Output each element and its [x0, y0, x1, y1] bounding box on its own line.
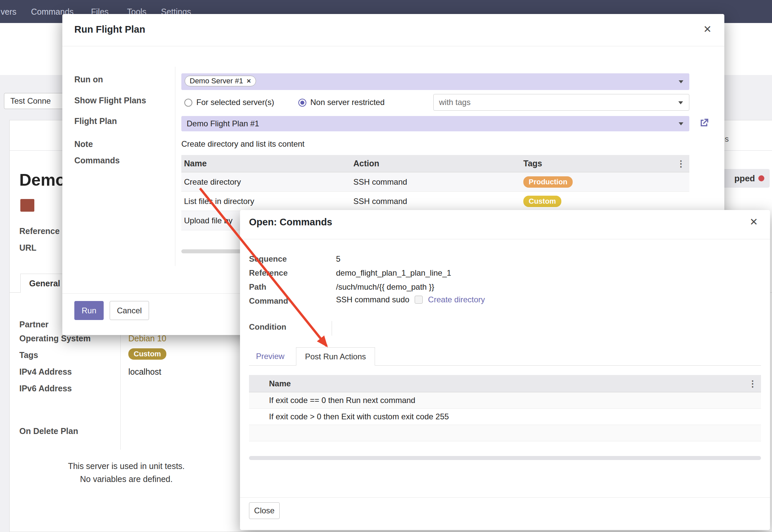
header-divider: [62, 46, 724, 46]
sequence-value: 5: [336, 254, 340, 264]
create-directory-link[interactable]: Create directory: [428, 295, 485, 304]
label-field-divider: [175, 67, 175, 266]
command-value-row: SSH command sudo Create directory: [336, 295, 485, 304]
on-delete-plan-label: On Delete Plan: [19, 426, 78, 436]
chevron-down-icon[interactable]: [679, 80, 683, 83]
cell-name: List files in directory: [181, 197, 353, 206]
col-action[interactable]: Action: [353, 159, 523, 168]
custom-tag-badge: Custom: [523, 196, 561, 207]
tag-custom-badge: Custom: [128, 348, 166, 360]
column-options-icon[interactable]: ⋮: [677, 159, 685, 168]
table-row[interactable]: Create directory SSH command Production: [181, 172, 689, 192]
external-link-icon[interactable]: [698, 117, 710, 129]
cell-action: SSH command: [353, 197, 523, 206]
path-label: Path: [249, 282, 266, 292]
table-row[interactable]: [249, 425, 761, 441]
ipv4-label: IPv4 Address: [19, 367, 72, 377]
record-title: Demo: [19, 170, 66, 190]
path-value: /such/much/{{ demo_path }}: [336, 282, 434, 292]
tab-preview[interactable]: Preview: [256, 352, 284, 361]
operating-system-value[interactable]: Debian 10: [128, 334, 166, 343]
flight-plan-value: Demo Flight Plan #1: [187, 119, 259, 128]
reference-label: Reference: [249, 268, 288, 278]
reference-label: Reference: [19, 226, 60, 236]
cell-name: Create directory: [181, 177, 353, 187]
run-on-label: Run on: [74, 75, 103, 84]
partner-label: Partner: [19, 320, 49, 329]
condition-label: Condition: [249, 322, 286, 332]
open-commands-dialog: Open: Commands ✕ Sequence 5 Reference de…: [240, 210, 770, 530]
url-label: URL: [19, 243, 36, 253]
close-icon[interactable]: ✕: [703, 23, 712, 35]
action-name: If exit code == 0 then Run next command: [269, 396, 415, 405]
note-value: Create directory and list its content: [181, 139, 305, 149]
close-button[interactable]: Close: [249, 502, 280, 519]
command-checkbox[interactable]: [415, 296, 423, 304]
production-tag-badge: Production: [523, 176, 573, 188]
radio-non-server-restricted-label[interactable]: Non server restricted: [310, 98, 385, 107]
col-tags[interactable]: Tags: [523, 159, 689, 168]
dialog-title: Run Flight Plan: [74, 24, 145, 35]
screen: vers Commands Files Tools Settings Test …: [0, 0, 772, 532]
operating-system-label: Operating System: [19, 334, 91, 343]
nav-item-servers[interactable]: vers: [1, 7, 16, 17]
cancel-button[interactable]: Cancel: [110, 301, 149, 320]
column-options-icon[interactable]: ⋮: [748, 379, 757, 388]
show-flight-plans-label: Show Flight Plans: [74, 96, 146, 105]
server-chip[interactable]: Demo Server #1 ✕: [185, 76, 256, 86]
tags-label: Tags: [19, 350, 38, 360]
flight-plan-label: Flight Plan: [74, 116, 117, 126]
flight-plan-select[interactable]: Demo Flight Plan #1: [181, 116, 689, 131]
chip-remove-icon[interactable]: ✕: [246, 78, 251, 85]
with-tags-select[interactable]: with tags: [433, 94, 689, 111]
note-line-2: No variables are defined.: [10, 473, 243, 486]
post-run-actions-table: Name ⋮ If exit code == 0 then Run next c…: [249, 375, 761, 441]
radio-for-selected-servers[interactable]: [184, 99, 192, 107]
note-label: Note: [74, 139, 93, 149]
field-divider: [120, 316, 121, 450]
tab-general[interactable]: General: [20, 274, 69, 293]
with-tags-value: with tags: [439, 98, 471, 107]
table-row[interactable]: If exit code > 0 then Exit with custom e…: [249, 409, 761, 425]
ipv4-value: localhost: [128, 367, 161, 377]
table-row[interactable]: If exit code == 0 then Run next command: [249, 392, 761, 409]
col-name[interactable]: Name: [262, 379, 291, 388]
run-button[interactable]: Run: [74, 301, 104, 320]
horizontal-scrollbar[interactable]: [249, 456, 761, 460]
server-notes: This server is used in unit tests. No va…: [10, 460, 243, 486]
condition-field-divider: [332, 321, 332, 336]
radio-non-server-restricted[interactable]: [298, 99, 306, 107]
tab-post-run-actions[interactable]: Post Run Actions: [296, 347, 375, 366]
chevron-down-icon[interactable]: [678, 101, 683, 104]
sequence-label: Sequence: [249, 254, 287, 264]
dialog-title: Open: Commands: [249, 217, 332, 228]
table-row[interactable]: List files in directory SSH command Cust…: [181, 192, 689, 211]
run-on-field[interactable]: Demo Server #1 ✕: [181, 73, 689, 90]
reference-value: demo_flight_plan_1_plan_line_1: [336, 268, 451, 278]
chevron-down-icon[interactable]: [679, 122, 683, 125]
status-dot-icon: [758, 175, 764, 181]
action-name: If exit code > 0 then Exit with custom e…: [269, 412, 449, 421]
command-value: SSH command sudo: [336, 295, 409, 304]
cell-action: SSH command: [353, 177, 523, 187]
color-swatch[interactable]: [20, 199, 34, 212]
radio-for-selected-servers-label[interactable]: For selected server(s): [196, 98, 274, 107]
commands-table-header: Name Action Tags ⋮: [181, 155, 689, 172]
footer-divider: [240, 497, 770, 498]
command-label: Command: [249, 296, 288, 306]
close-icon[interactable]: ✕: [750, 216, 758, 228]
col-name[interactable]: Name: [181, 159, 353, 168]
ipv6-label: IPv6 Address: [19, 384, 72, 393]
commands-label: Commands: [74, 156, 120, 165]
post-run-actions-header: Name ⋮: [249, 375, 761, 392]
header-divider: [240, 239, 770, 239]
status-label: pped: [734, 173, 755, 184]
server-chip-label: Demo Server #1: [190, 77, 243, 85]
note-line-1: This server is used in unit tests.: [10, 460, 243, 473]
